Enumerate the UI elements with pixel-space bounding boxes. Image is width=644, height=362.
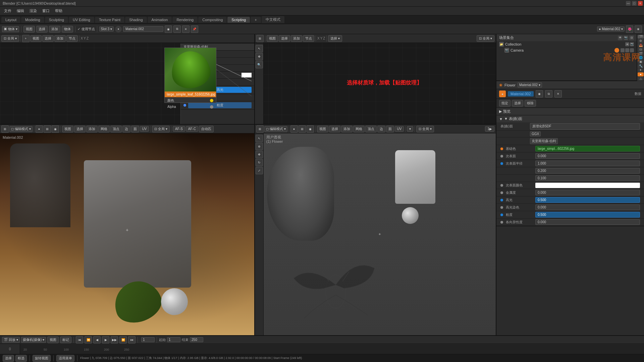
base-color-value[interactable]: large_simpl...602256.jpg (535, 146, 640, 152)
material-browse-icon[interactable]: ◉ (165, 25, 172, 33)
node-filter-icon[interactable]: 🌺 (626, 25, 633, 33)
material-name-dropdown[interactable]: Material.002 ▾ (518, 82, 542, 87)
scene-action-2[interactable]: 📷 (624, 36, 628, 40)
node-node-menu[interactable]: 节点 (66, 35, 78, 42)
tab-texture-paint[interactable]: Texture Paint (95, 17, 124, 23)
object-menu[interactable]: 物体 (62, 26, 73, 33)
sv-mesh[interactable]: 网格 (353, 126, 365, 132)
icon-view-layer[interactable]: 🗂 (638, 47, 644, 51)
subsurface-method-dropdown[interactable]: 克里斯坦森-伯利 (530, 138, 558, 144)
vp-af-c[interactable]: AF-C (186, 126, 198, 132)
ne2-select[interactable]: 选择 (279, 35, 290, 42)
icon-scene[interactable]: 🎬 (638, 35, 644, 39)
sv-shading-dropdown[interactable]: ▾ (407, 126, 413, 132)
pb-prev[interactable]: ◀ (93, 336, 101, 344)
icon-data[interactable]: △ (638, 77, 644, 80)
pb-prev-frame[interactable]: ⏪ (85, 336, 92, 344)
pb-next-frame[interactable]: ⏩ (119, 336, 127, 344)
tab-sculpting[interactable]: Sculpting (45, 17, 68, 23)
aniso-field[interactable]: 0.000 (535, 219, 640, 225)
menu-window[interactable]: 窗口 (40, 8, 52, 14)
pb-jump-start[interactable]: ⏮ (76, 336, 83, 344)
tab-modeling[interactable]: Modeling (21, 17, 44, 23)
vp-icon-2[interactable]: ⊞ (44, 125, 51, 133)
node-add-menu[interactable]: 添加 (54, 35, 66, 42)
vp-af-s[interactable]: AF-S (173, 126, 185, 132)
material-name-input[interactable] (123, 26, 163, 32)
icon-output[interactable]: 📤 (638, 43, 644, 47)
tab-chinese-mode[interactable]: 中文模式 (262, 16, 284, 23)
sv-view[interactable]: 视图 (317, 126, 328, 132)
close-button[interactable]: ✕ (638, 1, 643, 6)
vp-view-menu[interactable]: 视图 (62, 126, 73, 132)
collection-vis-btn[interactable]: 👁 (625, 42, 629, 46)
icon-modifier[interactable]: 🔧 (638, 64, 644, 68)
ne2-dropdown[interactable]: 选择 ▾ (328, 35, 342, 42)
pb-play[interactable]: ▶ (102, 336, 109, 344)
ne2-global[interactable]: ⊡ 全局 ▾ (477, 35, 494, 42)
vp-mode-dropdown[interactable]: ◻ 编辑模式 ▾ (9, 126, 33, 132)
timeline-playback-dropdown[interactable]: 摄像机(摄像) ▾ (21, 337, 46, 343)
menu-edit[interactable]: 编辑 (14, 8, 27, 14)
ne2-icon[interactable]: ⊞ (256, 35, 264, 42)
material-delete-icon[interactable]: ✕ (182, 25, 190, 33)
vp-icon-1[interactable]: ● (36, 125, 43, 133)
tool-move[interactable]: ✥ (256, 53, 263, 60)
sv-overlay[interactable]: ⊡ 全局 ▾ (416, 126, 434, 132)
tab-select[interactable]: 选择 (512, 100, 523, 107)
pb-next[interactable]: ▶▶ (111, 336, 118, 344)
sv-tool-rotate[interactable]: ↻ (256, 159, 263, 166)
frame-start-input[interactable] (167, 337, 180, 342)
vp-edge-menu[interactable]: 边 (122, 126, 130, 132)
sv-mode-1[interactable]: ● (290, 125, 298, 133)
sv-tool-move[interactable]: ✥ (256, 151, 263, 158)
sv-edge[interactable]: 边 (377, 126, 385, 132)
subsurface-r1[interactable]: 1.000 (535, 161, 640, 166)
tab-animation[interactable]: Animation (148, 17, 172, 23)
tab-uv-editing[interactable]: UV Editing (69, 17, 94, 23)
mat-delete-btn[interactable]: ✕ (554, 90, 562, 98)
window-controls[interactable]: — □ ✕ (626, 0, 643, 6)
sv-right-btn[interactable]: 1▶ (485, 126, 494, 132)
specular-value-field[interactable]: 0.500 (535, 197, 640, 203)
scene-item-collection[interactable]: 📁 Collection 👁 📷 (496, 41, 637, 47)
ne2-node[interactable]: 节点 (303, 35, 314, 42)
node-select-menu[interactable]: 选择 (42, 35, 54, 42)
sv-add[interactable]: 添加 (341, 126, 353, 132)
vp-select-menu[interactable]: 选择 (74, 126, 86, 132)
distribution-dropdown[interactable]: GGX (530, 131, 541, 136)
collection-cam-btn[interactable]: 📷 (630, 42, 634, 46)
sv-uv[interactable]: UV (395, 126, 404, 132)
surface-header[interactable]: ▼ ▼ 表(曲)面 (496, 115, 644, 122)
vp-auto[interactable]: 自动匹 (199, 126, 214, 132)
slot-dropdown[interactable]: Slot 3 ▾ (99, 26, 114, 32)
bsdf-selector[interactable]: 原理化BSDF (530, 123, 640, 130)
subsurface-r2[interactable]: 0.200 (535, 168, 640, 174)
sv-face[interactable]: 面 (386, 126, 394, 132)
mat-copy-btn[interactable]: ⧉ (545, 90, 552, 98)
add-menu[interactable]: 添加 (49, 26, 60, 33)
tab-layout[interactable]: Layout (1, 17, 20, 23)
sv-mode-dropdown[interactable]: ◻ 编辑模式 ▾ (264, 126, 287, 132)
sv-tool-select[interactable]: ↖ (256, 135, 263, 142)
mode-dropdown[interactable]: ▣ 物体 ▾ (2, 26, 19, 32)
vp-uv-menu[interactable]: UV (140, 126, 149, 132)
tab-compositing[interactable]: Compositing (198, 17, 227, 23)
ss-color-swatch[interactable] (535, 183, 640, 188)
sv-mode-3[interactable]: ◉ (307, 125, 314, 133)
sv-mode-2[interactable]: ⊞ (299, 125, 306, 133)
tool-select[interactable]: ↖ (256, 45, 263, 52)
vp-vertex-menu[interactable]: 顶点 (110, 126, 122, 132)
material-icon-btn[interactable]: ● (499, 90, 506, 97)
tab-scripting[interactable]: Scripting (227, 17, 250, 23)
flower-icon[interactable]: ❀ (635, 25, 642, 33)
mat-browse-btn[interactable]: ◉ (536, 90, 543, 98)
menu-file[interactable]: 文件 (1, 8, 14, 14)
status-apply-menu[interactable]: 适用菜单 (56, 355, 74, 362)
frame-end-input[interactable] (190, 337, 203, 342)
icon-particles[interactable]: ✦ (638, 68, 644, 72)
view-menu[interactable]: 视图 (23, 26, 35, 33)
sv-tool-cursor[interactable]: ⊕ (256, 143, 263, 150)
status-box-tool[interactable]: 框选 (15, 355, 27, 362)
icon-material[interactable]: ● (638, 72, 644, 76)
